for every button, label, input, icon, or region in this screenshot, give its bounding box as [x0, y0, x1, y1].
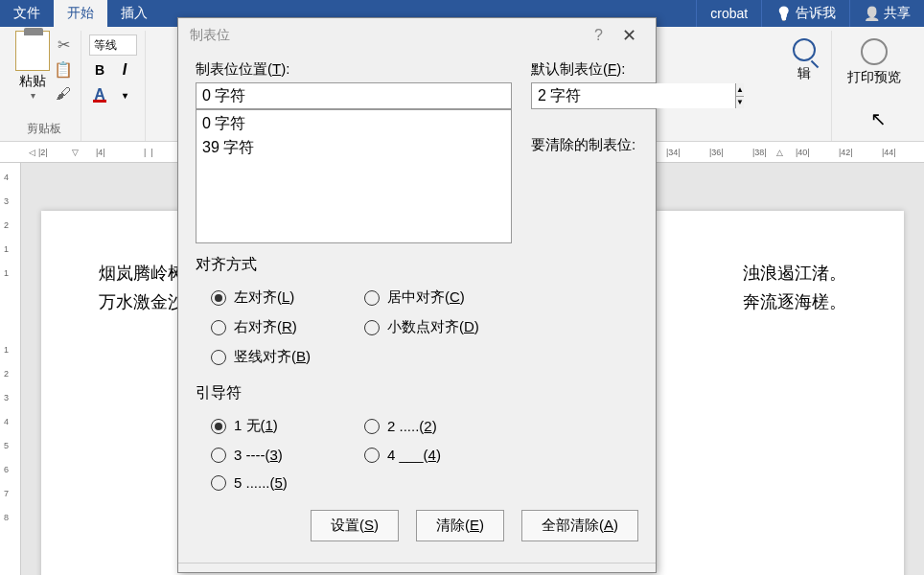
list-item[interactable]: 0 字符 [198, 112, 509, 136]
clear-button[interactable]: 清除(E) [416, 510, 504, 541]
radio-align-decimal[interactable]: 小数点对齐(D) [349, 312, 502, 342]
doc-text: 浊浪遏江渚。 [743, 259, 846, 288]
cut-icon[interactable]: ✂ [54, 34, 73, 54]
default-tab-spinner[interactable]: ▲ ▼ [531, 82, 656, 109]
copy-icon[interactable]: 📋 [54, 59, 73, 79]
radio-leader-2[interactable]: 2 .....(2) [349, 411, 502, 441]
paste-icon [15, 31, 50, 71]
tab-position-label: 制表位位置(T): [196, 60, 512, 79]
dialog-title: 制表位 [190, 27, 230, 44]
tab-insert[interactable]: 插入 [107, 0, 161, 27]
set-button[interactable]: 设置(S) [311, 510, 399, 541]
group-preview: 打印预览 [832, 31, 916, 141]
radio-align-bar[interactable]: 竖线对齐(B) [196, 342, 349, 372]
italic-button[interactable]: I [114, 59, 135, 80]
to-clear-label: 要清除的制表位: [531, 136, 656, 154]
clear-all-button[interactable]: 全部清除(A) [521, 510, 638, 541]
dialog-close-button[interactable]: ✕ [614, 25, 644, 46]
group-edit: 辑 [777, 31, 832, 141]
group-clipboard-label: 剪贴板 [27, 119, 61, 141]
radio-leader-5[interactable]: 5 ......(5) [196, 469, 349, 496]
font-dropdown[interactable]: ▾ [114, 84, 135, 105]
radio-align-left[interactable]: 左对齐(L) [196, 283, 349, 312]
tab-acrobat[interactable]: crobat [696, 0, 761, 27]
group-font: B I A ▾ [81, 31, 146, 141]
print-preview-button[interactable]: 打印预览 [840, 31, 909, 94]
radio-leader-3[interactable]: 3 ----(3) [196, 441, 349, 469]
tab-home[interactable]: 开始 [54, 0, 107, 27]
spin-up-button[interactable]: ▲ [736, 83, 744, 97]
tab-file[interactable]: 文件 [0, 0, 54, 27]
font-name-select[interactable] [89, 34, 137, 56]
font-color-button[interactable]: A [89, 84, 110, 105]
group-clipboard: 粘贴 ▾ ✂ 📋 🖌 剪贴板 [8, 31, 81, 141]
tabs-dialog: 制表位 ? ✕ 制表位位置(T): 0 字符 39 字符 默认制表位(F): ▲ [177, 17, 657, 573]
default-tab-label: 默认制表位(F): [531, 60, 656, 79]
doc-text: 奔流逐海槎。 [743, 288, 846, 316]
person-icon [864, 6, 880, 21]
tab-position-input[interactable] [196, 82, 512, 109]
radio-leader-1[interactable]: 1 无(1) [196, 411, 349, 441]
tab-tellme[interactable]: 告诉我 [761, 0, 849, 27]
paste-button[interactable]: 粘贴 ▾ [15, 31, 50, 101]
dialog-help-button[interactable]: ? [583, 27, 614, 44]
circle-icon [861, 38, 888, 65]
format-painter-icon[interactable]: 🖌 [54, 84, 73, 104]
radio-align-right[interactable]: 右对齐(R) [196, 312, 349, 342]
alignment-section-label: 对齐方式 [196, 255, 638, 275]
leader-section-label: 引导符 [196, 383, 638, 403]
radio-align-center[interactable]: 居中对齐(C) [349, 283, 502, 312]
alignment-group: 左对齐(L) 居中对齐(C) 右对齐(R) 小数点对齐(D) 竖线对齐(B) [196, 283, 638, 372]
radio-leader-4[interactable]: 4 ___(4) [349, 441, 502, 469]
bold-button[interactable]: B [89, 59, 110, 80]
default-tab-input[interactable] [532, 83, 735, 108]
tab-share[interactable]: 共享 [849, 0, 924, 27]
doc-text: 万水激金沙, [99, 288, 190, 316]
bulb-icon [775, 6, 792, 21]
ruler-vertical[interactable]: 4 3 2 1 1 1 2 3 4 5 6 7 8 [0, 163, 21, 575]
list-item[interactable]: 39 字符 [198, 136, 509, 160]
search-icon [793, 38, 816, 61]
spin-down-button[interactable]: ▼ [736, 97, 744, 109]
find-button[interactable]: 辑 [785, 31, 823, 90]
doc-text: 烟岚腾岭树, [99, 259, 190, 288]
tab-position-list[interactable]: 0 字符 39 字符 [196, 109, 512, 243]
leader-group: 1 无(1) 2 .....(2) 3 ----(3) 4 ___(4) 5 .… [196, 411, 638, 496]
